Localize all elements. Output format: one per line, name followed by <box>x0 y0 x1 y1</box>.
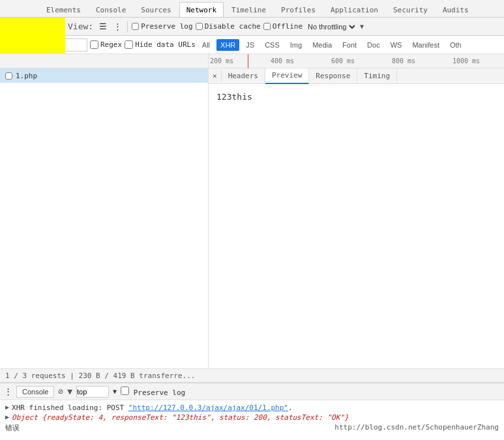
file-item[interactable]: 1.php <box>0 68 208 83</box>
yellow-highlight-box <box>0 18 65 53</box>
tab-timeline[interactable]: Timeline <box>224 2 273 17</box>
console-error-text: 错误 <box>5 423 20 433</box>
filter-type-doc[interactable]: Doc <box>363 39 384 51</box>
tab-application[interactable]: Application <box>323 2 385 17</box>
toolbar-divider-3 <box>127 21 128 33</box>
console-xhr-text: XHR finished loading: POST "http://127.0… <box>12 403 292 412</box>
console-line-object: ▶ Object {readyState: 4, responseText: "… <box>5 413 499 422</box>
console-line-error: 错误 http://blog.csdn.net/SchopenhauerZhan… <box>5 422 499 433</box>
list-view-icon[interactable]: ☰ <box>97 21 109 33</box>
console-object-text: Object {readyState: 4, responseText: "12… <box>12 413 349 422</box>
console-toolbar: ⋮ Console ⊘ ▼ ▼ Preserve log <box>0 383 504 400</box>
disable-cache-label[interactable]: Disable cache <box>196 22 261 31</box>
filter-type-js[interactable]: JS <box>242 39 258 51</box>
console-line-xhr: ▶ XHR finished loading: POST "http://127… <box>5 403 499 413</box>
hide-data-urls-checkbox[interactable] <box>125 40 133 49</box>
throttle-dropdown-arrow[interactable]: ▼ <box>360 23 364 30</box>
tab-console[interactable]: Console <box>89 2 133 17</box>
hide-data-urls-label[interactable]: Hide data URLs <box>125 40 196 49</box>
tab-network[interactable]: Network <box>179 2 224 17</box>
filter-type-css[interactable]: CSS <box>261 39 284 51</box>
grid-view-icon[interactable]: ⋮ <box>111 21 123 33</box>
detail-tab-preview[interactable]: Preview <box>265 68 309 84</box>
filter-type-xhr[interactable]: XHR <box>216 39 239 51</box>
console-context-filter[interactable] <box>76 386 109 398</box>
throttle-select[interactable]: No throttling <box>305 22 357 31</box>
tick-400: 400 ms <box>271 57 294 65</box>
file-list-panel: 1.php <box>0 68 209 368</box>
filter-type-img[interactable]: Img <box>286 39 306 51</box>
tab-security[interactable]: Security <box>386 2 435 17</box>
console-preserve-log-checkbox[interactable] <box>121 387 129 395</box>
filter-type-manifest[interactable]: Manifest <box>408 39 443 51</box>
detail-tab-headers[interactable]: Headers <box>222 68 265 84</box>
preserve-log-checkbox[interactable] <box>132 23 139 30</box>
preserve-log-label[interactable]: Preserve log <box>132 22 192 31</box>
detail-panel: ✕ Headers Preview Response Timing 123thi… <box>209 68 504 368</box>
disable-cache-checkbox[interactable] <box>196 23 203 30</box>
console-preserve-log-label[interactable]: Preserve log <box>121 387 185 397</box>
devtools-tab-bar: Elements Console Sources Network Timelin… <box>0 0 504 18</box>
offline-label[interactable]: Offline <box>263 22 303 31</box>
timeline-header: 200 ms 400 ms 600 ms 800 ms 1000 ms 1200… <box>0 54 504 68</box>
detail-tab-close[interactable]: ✕ <box>209 70 222 82</box>
detail-tab-timing[interactable]: Timing <box>357 68 397 84</box>
console-stop-icon[interactable]: ⊘ <box>58 387 63 396</box>
filter-type-media[interactable]: Media <box>308 39 336 51</box>
tick-200: 200 ms <box>210 57 233 65</box>
file-checkbox[interactable] <box>5 72 12 80</box>
filter-type-all[interactable]: All <box>198 39 214 51</box>
filter-type-oth[interactable]: Oth <box>446 39 466 51</box>
preview-text: 123this <box>216 92 252 102</box>
console-context-arrow[interactable]: ▼ <box>113 388 117 395</box>
timeline-marker <box>248 54 248 68</box>
network-toolbar: ⊘ 📷 ⚙ View: ☰ ⋮ Preserve log Disable cac… <box>0 18 504 36</box>
detail-tab-bar: ✕ Headers Preview Response Timing <box>209 68 504 84</box>
timeline-name-col <box>0 54 209 68</box>
filter-row: Regex Hide data URLs All XHR JS CSS Img … <box>0 36 504 54</box>
console-body: ▶ XHR finished loading: POST "http://127… <box>0 400 504 440</box>
tick-1000: 1000 ms <box>452 57 480 65</box>
tick-600: 600 ms <box>331 57 355 65</box>
console-expand-object[interactable]: ▶ <box>5 413 9 420</box>
regex-label[interactable]: Regex <box>90 40 122 49</box>
offline-checkbox[interactable] <box>263 23 271 30</box>
console-tab-button[interactable]: Console <box>16 386 54 398</box>
status-text: 1 / 3 requests | 230 B / 419 B transferr… <box>5 372 195 380</box>
status-bar: 1 / 3 requests | 230 B / 419 B transferr… <box>0 368 504 383</box>
console-filter-icon[interactable]: ▼ <box>67 387 72 396</box>
filter-type-font[interactable]: Font <box>338 39 361 51</box>
tick-800: 800 ms <box>392 57 415 65</box>
console-expand-xhr[interactable]: ▶ <box>5 403 9 411</box>
file-name: 1.php <box>16 72 37 80</box>
tab-elements[interactable]: Elements <box>39 2 88 17</box>
regex-checkbox[interactable] <box>90 40 98 49</box>
tab-profiles[interactable]: Profiles <box>274 2 323 17</box>
detail-tab-response[interactable]: Response <box>309 68 357 84</box>
console-section: ⋮ Console ⊘ ▼ ▼ Preserve log ▶ XHR finis… <box>0 383 504 440</box>
console-menu-icon[interactable]: ⋮ <box>4 387 12 396</box>
filter-type-ws[interactable]: WS <box>387 39 406 51</box>
preview-content: 123this <box>209 84 504 110</box>
console-xhr-link[interactable]: "http://127.0.0.3/ajax/ajax/01/1.php" <box>128 403 288 412</box>
console-error-source[interactable]: http://blog.csdn.net/SchopenhauerZhang <box>334 423 499 432</box>
tab-audits[interactable]: Audits <box>436 2 476 17</box>
timeline-ticks: 200 ms 400 ms 600 ms 800 ms 1000 ms 1200… <box>209 54 504 68</box>
tab-sources[interactable]: Sources <box>134 2 178 17</box>
main-content: 1.php ✕ Headers Preview Response Timing <box>0 68 504 368</box>
view-label: View: <box>67 21 95 32</box>
